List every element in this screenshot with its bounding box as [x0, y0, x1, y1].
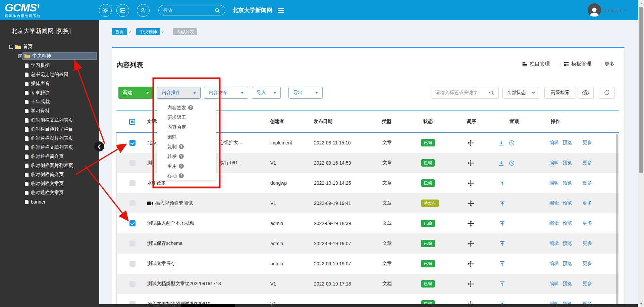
preview-link[interactable]: 预览 [562, 274, 572, 294]
menu-item-move[interactable]: 移动? [157, 171, 216, 181]
row-title[interactable]: 测试文章保存 [147, 254, 175, 274]
edit-link[interactable]: 编辑 [549, 274, 559, 294]
settings-button[interactable] [99, 4, 112, 17]
user-admin-button[interactable] [137, 4, 150, 17]
reorder-drag-handle[interactable] [468, 281, 474, 289]
unpin-icon[interactable] [498, 160, 504, 166]
menu-item-reuse[interactable]: 重用? [157, 161, 216, 171]
col-header-date[interactable]: 发布日期 [314, 111, 332, 132]
more-link[interactable]: 更多 [583, 233, 592, 254]
help-icon[interactable]: ? [188, 105, 193, 110]
row-title[interactable]: 插入视频嵌套测试 [147, 193, 193, 213]
more-link[interactable]: 更多 [583, 254, 592, 274]
row-checkbox[interactable] [129, 140, 136, 146]
menu-item-copy[interactable]: 复制? [157, 142, 216, 151]
row-checkbox[interactable] [129, 281, 136, 287]
expand-plus-icon[interactable]: + [18, 54, 22, 58]
row-title[interactable]: 测试保存schema [147, 233, 182, 254]
search-icon[interactable] [214, 7, 220, 13]
reorder-drag-handle[interactable] [468, 240, 474, 248]
row-checkbox[interactable] [129, 261, 136, 267]
edit-link[interactable]: 编辑 [549, 193, 559, 213]
menu-item-reject[interactable]: 内容否定 [157, 122, 216, 132]
preview-link[interactable]: 预览 [562, 193, 572, 213]
col-header-status[interactable]: 状态 [423, 111, 433, 132]
header-more-link[interactable]: 更多 [604, 61, 614, 67]
row-title[interactable]: 北京心组扩大... [147, 133, 157, 153]
scrollbar-thumb[interactable] [639, 7, 643, 173]
content-publish-button[interactable]: 内容发布 [204, 87, 248, 99]
reorder-drag-handle[interactable] [468, 140, 474, 147]
preview-link[interactable]: 预览 [562, 233, 572, 254]
more-link[interactable]: 更多 [583, 213, 592, 233]
help-icon[interactable]: ? [179, 154, 184, 159]
pin-top-icon[interactable] [499, 281, 505, 287]
row-checkbox[interactable] [129, 180, 136, 186]
breadcrumb-section[interactable]: 中央精神 [136, 28, 160, 35]
help-icon[interactable]: ? [179, 164, 184, 169]
menu-item-sign-off[interactable]: 内容签发? [157, 103, 216, 113]
pin-top-icon[interactable] [499, 261, 505, 267]
menu-item-forward[interactable]: 转发? [157, 151, 216, 161]
tree-leaf[interactable]: 媒体声音 [24, 80, 50, 87]
edit-link[interactable]: 编辑 [549, 254, 559, 274]
user-menu[interactable]: dongwp [604, 0, 626, 20]
row-title[interactable]: 测换行 091... [147, 153, 152, 173]
tree-leaf[interactable]: 专家解读 [24, 89, 50, 96]
tree-leaf[interactable]: 十年成就 [24, 98, 50, 105]
col-header-type[interactable]: 类型 [382, 111, 391, 132]
advanced-search-button[interactable]: 高级检索 [544, 87, 576, 99]
menu-item-delete[interactable]: 删除 [157, 132, 216, 142]
import-button[interactable]: 导入 [252, 87, 281, 99]
col-header-actions[interactable]: 操作 [551, 111, 560, 132]
sidebar-collapse-handle[interactable]: ❮ [94, 141, 104, 151]
column-manage-link[interactable]: 栏目管理 [522, 61, 550, 67]
pin-top-icon[interactable] [499, 201, 505, 206]
content-ops-button[interactable]: 内容操作 [157, 87, 201, 99]
row-checkbox[interactable] [129, 200, 136, 206]
new-button[interactable]: 新建 [118, 87, 153, 99]
more-link[interactable]: 更多 [583, 193, 592, 213]
more-link[interactable]: 更多 [583, 133, 592, 153]
preview-link[interactable]: 预览 [562, 153, 572, 173]
preview-link[interactable]: 预览 [562, 254, 572, 274]
scroll-up-icon[interactable]: ▲ [638, 1, 644, 6]
tree-leaf[interactable]: 临时侧栏文章列表页 [24, 117, 73, 124]
row-title[interactable]: 测试插入两个本地视频 [147, 213, 194, 233]
edit-link[interactable]: 编辑 [549, 233, 559, 254]
page-scrollbar[interactable]: ▲ ▼ [638, 0, 644, 307]
reorder-drag-handle[interactable] [468, 261, 474, 268]
clock-icon[interactable] [509, 140, 515, 146]
pin-top-icon[interactable] [499, 180, 505, 186]
reorder-drag-handle[interactable] [468, 200, 474, 208]
tree-node-home[interactable]: − 首页 [9, 43, 33, 50]
select-all-checkbox[interactable] [129, 119, 135, 125]
reorder-drag-handle[interactable] [468, 180, 474, 188]
breadcrumb-home[interactable]: 首页 [112, 28, 127, 35]
global-search-input[interactable]: 搜索 [158, 5, 225, 15]
edit-link[interactable]: 编辑 [549, 133, 559, 153]
edit-link[interactable]: 编辑 [549, 153, 559, 173]
tree-leaf[interactable]: 临时栏目跳转子栏目 [24, 126, 73, 133]
status-filter-select[interactable]: 全部状态 [502, 87, 539, 99]
modules-button[interactable] [116, 4, 129, 17]
avatar[interactable] [588, 3, 601, 17]
row-checkbox[interactable] [129, 160, 136, 166]
collapse-minus-icon[interactable]: − [9, 45, 13, 49]
row-checkbox[interactable] [129, 240, 136, 247]
menu-item-request-rework[interactable]: 要求返工 [157, 113, 216, 122]
col-header-pin[interactable]: 置顶 [509, 111, 519, 132]
edit-link[interactable]: 编辑 [549, 173, 559, 193]
template-manage-link[interactable]: 模板管理 [564, 61, 591, 67]
refresh-button[interactable] [599, 87, 615, 99]
preview-link[interactable]: 预览 [562, 173, 572, 193]
tree-leaf[interactable]: 临时通栏文章列表页 [24, 144, 73, 151]
tree-leaf[interactable]: banner [24, 198, 46, 206]
more-link[interactable]: 更多 [583, 274, 592, 294]
tree-leaf[interactable]: 总书记走过的校园 [24, 71, 68, 78]
tree-leaf[interactable]: 临时侧栏图片列表页 [24, 162, 73, 169]
tree-leaf[interactable]: 学习资料 [24, 107, 50, 115]
tree-leaf[interactable]: 临时通栏简介页 [24, 153, 64, 160]
tree-leaf[interactable]: 学习贯彻 [24, 62, 50, 69]
more-link[interactable]: 更多 [583, 173, 592, 193]
